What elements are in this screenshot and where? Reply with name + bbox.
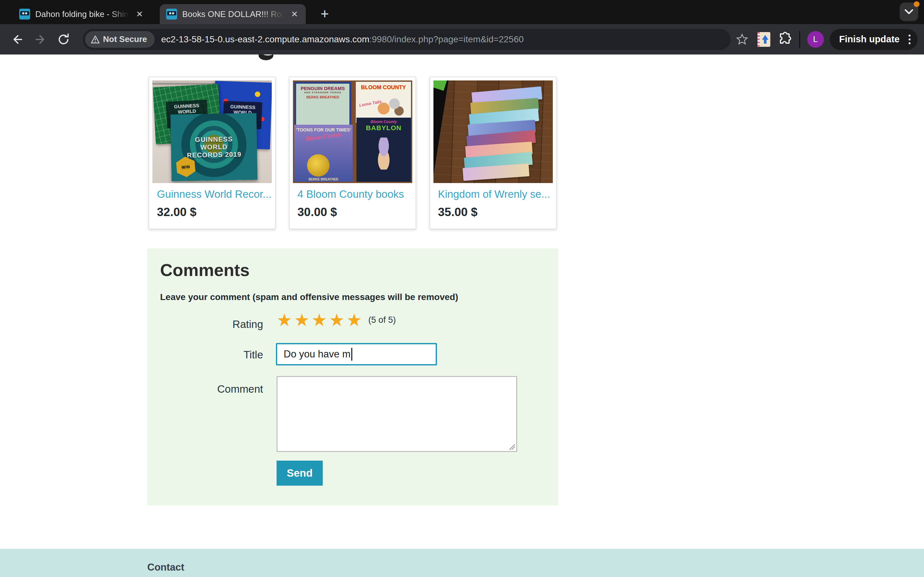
address-bar[interactable]: Not Secure ec2-13-58-15-0.us-east-2.comp…	[83, 29, 730, 50]
star-icon[interactable]: ★	[294, 311, 309, 329]
bookmark-button[interactable]	[734, 31, 750, 48]
tab-title: Books ONE DOLLAR!!! Rose G	[182, 9, 286, 19]
comments-heading: Comments	[160, 260, 250, 280]
comment-textarea[interactable]	[276, 376, 517, 452]
warning-icon	[91, 35, 100, 44]
new-tab-button[interactable]: +	[316, 6, 333, 23]
back-button[interactable]	[9, 31, 26, 48]
chevron-down-icon	[905, 9, 913, 15]
title-input-value: Do you have m	[284, 348, 351, 360]
url-text: ec2-13-58-15-0.us-east-2.compute.amazona…	[161, 34, 523, 45]
comment-label: Comment	[147, 383, 263, 395]
rating-stars: ★ ★ ★ ★ ★ (5 of 5)	[276, 311, 396, 329]
browser-menu-icon[interactable]	[907, 33, 913, 46]
extension-icon[interactable]	[758, 32, 771, 47]
title-input[interactable]: Do you have m	[276, 343, 437, 366]
browser-window: Dahon folding bike - Shimano ✕ Books ONE…	[0, 0, 924, 577]
forward-icon	[34, 33, 47, 46]
browser-toolbar: Not Secure ec2-13-58-15-0.us-east-2.comp…	[0, 24, 924, 55]
security-chip-label: Not Secure	[103, 34, 147, 44]
resize-grip-icon[interactable]	[509, 443, 515, 450]
extensions-button[interactable]	[777, 31, 792, 47]
product-card: PENGUIN DREAMS AND STRANGER THINGS BERKE…	[289, 77, 416, 229]
comments-section: Comments Leave your comment (spam and of…	[147, 248, 558, 506]
product-photo-guinness[interactable]: GUINNESS WORLD RECORDS 2018 GUINNESS WOR…	[152, 81, 272, 183]
page-footer: Contact	[0, 549, 924, 577]
profile-avatar[interactable]: L	[807, 31, 824, 48]
web-page: GUINNESS WORLD RECORDS 2018 GUINNESS WOR…	[0, 55, 924, 577]
rating-note: (5 of 5)	[368, 315, 396, 325]
bookmark-star-icon	[736, 33, 748, 46]
star-icon[interactable]: ★	[329, 311, 344, 329]
comments-subheading: Leave your comment (spam and offensive m…	[160, 292, 458, 302]
star-icon[interactable]: ★	[347, 311, 362, 329]
product-link[interactable]: 4 Bloom County books	[297, 188, 415, 200]
url-path: :9980/index.php?page=item&id=22560	[369, 34, 523, 44]
product-price: 32.00 $	[157, 205, 275, 219]
product-photo-bloom-county[interactable]: PENGUIN DREAMS AND STRANGER THINGS BERKE…	[293, 81, 412, 183]
close-icon[interactable]: ✕	[134, 9, 145, 19]
win-badge: WIN	[176, 156, 196, 178]
product-photo-wrenly[interactable]	[433, 81, 553, 183]
star-icon[interactable]: ★	[276, 311, 292, 329]
title-label: Title	[147, 349, 263, 361]
send-button[interactable]: Send	[276, 461, 323, 486]
text-caret	[351, 348, 352, 361]
back-icon	[11, 33, 24, 46]
tab-books-one-dollar[interactable]: Books ONE DOLLAR!!! Rose G ✕	[160, 4, 306, 24]
rating-label: Rating	[147, 318, 263, 330]
toolbar-divider	[799, 31, 800, 48]
product-card: GUINNESS WORLD RECORDS 2018 GUINNESS WOR…	[149, 77, 276, 229]
puzzle-icon	[777, 31, 792, 46]
related-products-row: GUINNESS WORLD RECORDS 2018 GUINNESS WOR…	[149, 77, 557, 229]
tab-dahon-folding-bike[interactable]: Dahon folding bike - Shimano ✕	[13, 4, 151, 24]
product-link[interactable]: Guinness World Recor...	[157, 188, 275, 200]
site-favicon	[19, 9, 30, 19]
update-badge-dot	[914, 1, 919, 7]
product-price: 35.00 $	[438, 205, 556, 219]
footer-contact-heading: Contact	[147, 562, 184, 573]
site-favicon	[166, 9, 177, 19]
star-icon[interactable]: ★	[312, 311, 327, 329]
finish-update-button[interactable]: Finish update	[830, 29, 918, 50]
finish-update-label: Finish update	[839, 34, 900, 45]
product-price: 30.00 $	[297, 205, 415, 219]
toolbar-right-cluster: L Finish update	[734, 29, 918, 50]
reload-icon	[57, 33, 70, 46]
forward-button[interactable]	[32, 31, 49, 48]
tab-search-button[interactable]	[900, 3, 918, 21]
close-icon[interactable]: ✕	[289, 9, 300, 19]
truncated-heading-descender	[258, 55, 273, 60]
url-host: ec2-13-58-15-0.us-east-2.compute.amazona…	[161, 34, 369, 44]
tab-title: Dahon folding bike - Shimano	[35, 9, 131, 19]
security-chip[interactable]: Not Secure	[85, 31, 155, 48]
product-card: Kingdom of Wrenly se... 35.00 $	[430, 77, 557, 229]
tab-strip: Dahon folding bike - Shimano ✕ Books ONE…	[0, 0, 924, 24]
reload-button[interactable]	[55, 31, 72, 48]
product-link[interactable]: Kingdom of Wrenly se...	[438, 188, 556, 200]
